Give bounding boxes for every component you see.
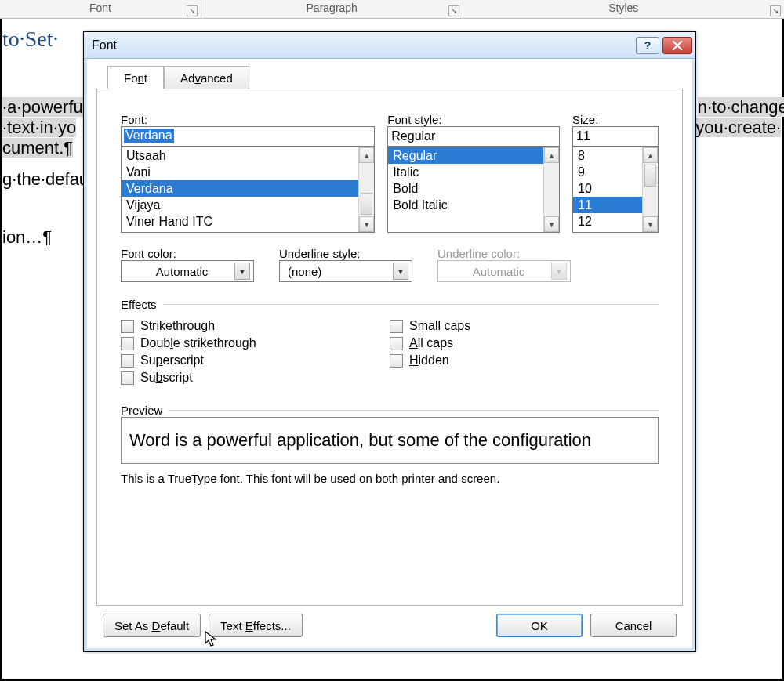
subscript-checkbox[interactable]: Subscript [121, 371, 390, 385]
font-listbox[interactable]: UtsaahVaniVerdanaVijayaViner Hand ITC ▲ … [121, 147, 375, 233]
close-icon [672, 41, 683, 50]
list-item[interactable]: Bold [388, 180, 543, 197]
underline-color-dropdown: Automatic ▼ [437, 260, 571, 282]
help-icon: ? [644, 39, 652, 52]
list-item[interactable]: Regular [388, 147, 543, 164]
effects-label: Effects [121, 298, 163, 311]
checkbox-icon [121, 371, 134, 385]
tab-panel-font: Font: Verdana UtsaahVaniVerdanaVijayaVin… [96, 89, 683, 606]
help-button[interactable]: ? [636, 37, 659, 54]
underline-style-value: (none) [288, 265, 393, 278]
checkbox-icon [390, 320, 403, 333]
list-item[interactable]: Italic [388, 164, 543, 180]
scrollbar[interactable]: ▲ ▼ [543, 147, 559, 232]
truetype-note: This is a TrueType font. This font will … [121, 472, 659, 485]
underline-style-dropdown[interactable]: (none) ▼ [279, 260, 412, 282]
effects-group: Effects Strikethrough Double strikethrou… [121, 298, 659, 388]
text-effects-button[interactable]: Text Effects... [209, 614, 303, 637]
checkbox-icon [121, 320, 134, 333]
ribbon-group-label: Font [89, 2, 111, 14]
dialog-title: Font [92, 38, 117, 53]
small-caps-checkbox[interactable]: Small caps [390, 319, 659, 333]
font-name-input[interactable] [121, 126, 375, 147]
cancel-button[interactable]: Cancel [590, 614, 677, 637]
scrollbar[interactable]: ▲ ▼ [358, 147, 374, 232]
ok-button[interactable]: OK [496, 614, 583, 637]
list-item[interactable]: Bold Italic [388, 197, 543, 213]
scroll-up-icon[interactable]: ▲ [643, 147, 658, 163]
list-item[interactable]: 10 [573, 180, 642, 197]
checkbox-icon [121, 337, 134, 350]
superscript-checkbox[interactable]: Superscript [121, 353, 390, 368]
list-item[interactable]: Verdana [122, 180, 358, 197]
list-item[interactable]: 8 [573, 147, 642, 164]
tab-font[interactable]: Font [107, 66, 164, 89]
preview-label: Preview [121, 404, 169, 417]
titlebar[interactable]: Font ? [84, 32, 695, 59]
strikethrough-checkbox[interactable]: Strikethrough [121, 319, 390, 333]
font-dialog: Font ? Font Advanced Font: Verdana [83, 31, 696, 652]
list-item[interactable]: Viner Hand ITC [122, 213, 358, 230]
dialog-body: Font Advanced Font: Verdana UtsaahVaniVe… [84, 59, 695, 651]
double-strikethrough-checkbox[interactable]: Double strikethrough [121, 336, 390, 350]
scroll-down-icon[interactable]: ▼ [643, 216, 658, 232]
font-style-input[interactable] [387, 126, 560, 147]
scroll-up-icon[interactable]: ▲ [544, 147, 559, 163]
list-item[interactable]: 9 [573, 164, 642, 180]
chevron-down-icon: ▼ [393, 263, 408, 280]
ribbon-group-font: Font ↘ [0, 0, 201, 18]
chevron-down-icon: ▼ [551, 263, 567, 280]
font-size-listbox[interactable]: 89101112 ▲ ▼ [572, 147, 659, 233]
ribbon-group-paragraph: Paragraph ↘ [201, 0, 463, 18]
chevron-down-icon: ▼ [234, 263, 250, 280]
tab-advanced[interactable]: Advanced [164, 66, 249, 89]
hidden-checkbox[interactable]: Hidden [390, 353, 659, 368]
font-color-value: Automatic [129, 265, 234, 278]
dialog-launcher-icon[interactable]: ↘ [187, 5, 198, 16]
dialog-launcher-icon[interactable]: ↘ [448, 5, 459, 16]
preview-box: Word is a powerful application, but some… [121, 417, 659, 464]
scroll-down-icon[interactable]: ▼ [544, 216, 559, 232]
scroll-down-icon[interactable]: ▼ [359, 216, 374, 232]
all-caps-checkbox[interactable]: All caps [390, 336, 659, 350]
font-style-listbox[interactable]: RegularItalicBoldBold Italic ▲ ▼ [387, 147, 560, 233]
checkbox-icon [390, 354, 403, 368]
list-item[interactable]: 12 [573, 213, 642, 230]
list-item[interactable]: Vani [122, 164, 358, 180]
scrollbar[interactable]: ▲ ▼ [642, 147, 658, 232]
dialog-button-row: Set As Default Text Effects... OK Cancel [96, 606, 683, 640]
scroll-thumb[interactable] [644, 165, 656, 187]
checkbox-icon [390, 337, 403, 350]
underline-color-value: Automatic [446, 265, 551, 278]
list-item[interactable]: Vijaya [122, 197, 358, 213]
ribbon-group-label: Paragraph [307, 2, 358, 14]
set-as-default-button[interactable]: Set As Default [103, 614, 201, 637]
ribbon-group-label: Styles [608, 2, 638, 14]
scroll-up-icon[interactable]: ▲ [359, 147, 374, 163]
dialog-launcher-icon[interactable]: ↘ [770, 5, 781, 16]
list-item[interactable]: 11 [573, 197, 642, 213]
scroll-thumb[interactable] [361, 193, 372, 215]
font-color-dropdown[interactable]: Automatic ▼ [121, 260, 254, 282]
close-button[interactable] [662, 37, 692, 54]
checkbox-icon [121, 354, 134, 368]
font-size-input[interactable] [572, 126, 659, 147]
preview-group: Preview Word is a powerful application, … [121, 404, 659, 485]
ribbon-group-styles: Styles ↘ [463, 0, 784, 18]
ribbon: Font ↘ Paragraph ↘ Styles ↘ [0, 0, 784, 19]
list-item[interactable]: Utsaah [122, 147, 358, 164]
tab-strip: Font Advanced [96, 65, 683, 89]
